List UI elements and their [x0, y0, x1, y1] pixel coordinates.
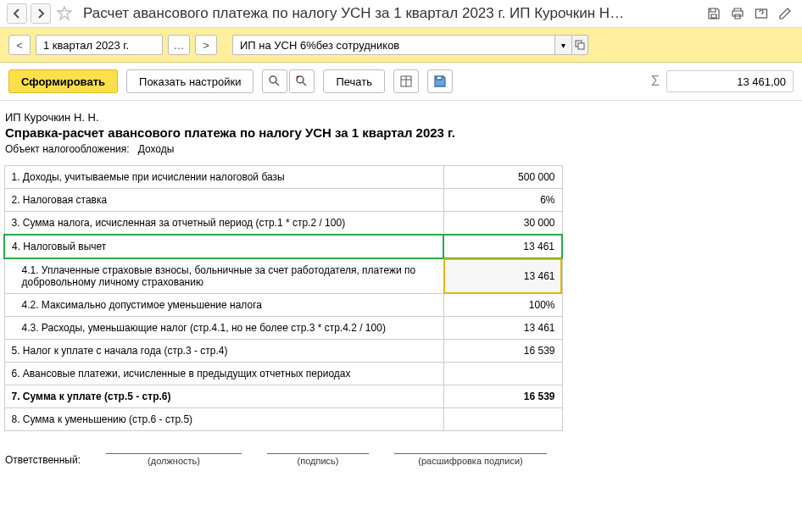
responsible-label: Ответственный: — [5, 454, 81, 466]
action-bar: Сформировать Показать настройки Печать Σ — [0, 63, 802, 101]
filter-bar: < … > ▾ — [0, 28, 802, 63]
export-button[interactable] — [393, 69, 419, 93]
sum-input[interactable] — [666, 70, 794, 92]
period-next-button[interactable]: > — [195, 35, 217, 55]
table-row: 5. Налог к уплате с начала года (стр.3 -… — [4, 340, 562, 363]
table-row-sub: 4.2. Максимально допустимое уменьшение н… — [4, 294, 562, 317]
forward-button[interactable] — [31, 3, 51, 24]
save-icon[interactable] — [704, 3, 724, 24]
svg-point-3 — [270, 76, 276, 83]
signature-block: Ответственный: (должность) (подпись) (ра… — [3, 453, 799, 466]
email-icon[interactable] — [751, 3, 771, 24]
table-row-highlighted: 4. Налоговый вычет 13 461 — [4, 235, 562, 258]
edit-icon[interactable] — [775, 3, 795, 24]
refresh-button[interactable] — [289, 69, 315, 93]
org-select-wrap: ▾ — [232, 35, 588, 55]
print-button[interactable]: Печать — [323, 69, 385, 93]
sig-decode: (расшифровка подписи) — [394, 453, 547, 466]
page-title: Расчет авансового платежа по налогу УСН … — [83, 5, 700, 22]
table-row: 6. Авансовые платежи, исчисленные в пред… — [4, 363, 562, 385]
title-bar: Расчет авансового платежа по налогу УСН … — [0, 0, 802, 28]
table-row-sub: 4.3. Расходы, уменьшающие налог (стр.4.1… — [4, 317, 562, 340]
org-open-button[interactable] — [571, 35, 588, 55]
save-report-button[interactable] — [427, 69, 453, 93]
period-select-button[interactable]: … — [168, 35, 190, 55]
report-table: 1. Доходы, учитываемые при исчислении на… — [3, 165, 563, 431]
period-input[interactable] — [36, 35, 163, 55]
org-select[interactable] — [232, 35, 554, 55]
report-body: ИП Курочкин Н. Н. Справка-расчет авансов… — [0, 101, 802, 476]
report-org: ИП Курочкин Н. Н. — [3, 111, 799, 124]
show-settings-button[interactable]: Показать настройки — [126, 69, 253, 93]
table-row: 8. Сумма к уменьшению (стр.6 - стр.5) — [4, 408, 562, 431]
sig-position: (должность) — [106, 453, 242, 466]
find-button[interactable] — [262, 69, 287, 93]
report-subtitle: Объект налогообложения: Доходы — [3, 143, 799, 155]
period-prev-button[interactable]: < — [8, 35, 31, 55]
svg-rect-2 — [578, 43, 584, 49]
star-icon[interactable] — [54, 3, 75, 24]
print-icon[interactable] — [727, 3, 748, 24]
org-dropdown-button[interactable]: ▾ — [554, 35, 571, 55]
selected-cell[interactable]: 13 461 — [443, 258, 562, 294]
form-button[interactable]: Сформировать — [8, 69, 118, 93]
table-row: 1. Доходы, учитываемые при исчислении на… — [4, 166, 562, 189]
table-row: 3. Сумма налога, исчисленная за отчетный… — [4, 212, 562, 236]
sig-sign: (подпись) — [267, 453, 369, 466]
table-row-total: 7. Сумма к уплате (стр.5 - стр.6) 16 539 — [4, 385, 562, 408]
sigma-icon: Σ — [651, 74, 660, 89]
sum-box: Σ — [651, 70, 794, 92]
back-button[interactable] — [7, 3, 27, 24]
report-title: Справка-расчет авансового платежа по нал… — [3, 125, 799, 140]
svg-line-4 — [276, 82, 279, 86]
svg-line-6 — [303, 82, 306, 86]
table-row-sub: 4.1. Уплаченные страховые взносы, больни… — [4, 258, 562, 294]
table-row: 2. Налоговая ставка 6% — [4, 189, 562, 212]
